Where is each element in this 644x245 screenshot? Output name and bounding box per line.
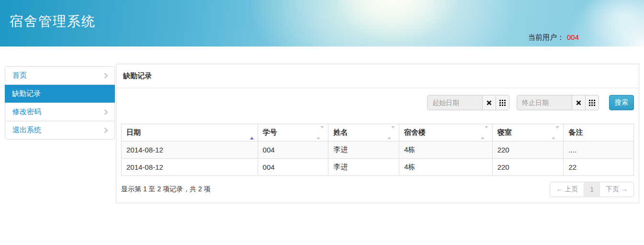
sidebar-item-logout[interactable]: 退出系统 [5,121,114,139]
column-header-name[interactable]: 姓名 [328,124,399,141]
chevron-right-icon [104,72,108,79]
next-page-button[interactable]: 下页 → [599,182,634,197]
clear-icon[interactable] [572,95,585,110]
panel-title: 缺勤记录 [116,64,639,88]
cell-room: 220 [492,159,564,176]
app-title: 宿舍管理系统 [10,12,96,31]
panel-body: 搜索 日期 学号 [116,88,639,203]
sidebar-item-absence-records[interactable]: 缺勤记录 [5,85,115,103]
sidebar-item-label: 退出系统 [12,126,41,134]
cell-remark: .... [564,141,634,159]
table-footer: 显示第 1 至 2 项记录，共 2 项 ← 上页 1 下页 → [121,182,634,197]
cell-name: 李进 [328,159,399,176]
current-user-label: 当前用户： [528,33,564,41]
cell-building: 4栋 [399,141,492,159]
sidebar-item-home[interactable]: 首页 [5,67,114,85]
column-header-building[interactable]: 宿舍楼 [399,124,492,141]
column-header-date[interactable]: 日期 [122,124,258,141]
sidebar-menu: 首页 缺勤记录 修改密码 退出系统 [5,66,115,140]
cell-date: 2014-08-12 [122,141,258,159]
prev-page-button[interactable]: ← 上页 [550,182,584,197]
sidebar-item-label: 缺勤记录 [12,89,41,97]
cell-name: 李进 [328,141,399,159]
cell-room: 220 [492,141,564,159]
start-date-input[interactable] [428,95,482,110]
column-header-student-id[interactable]: 学号 [258,124,328,141]
table-row: 2014-08-12 004 李进 4栋 220 22 [122,159,634,176]
absence-records-panel: 缺勤记录 [116,64,639,203]
column-header-room[interactable]: 寝室 [492,124,564,141]
app-header: 宿舍管理系统 当前用户：004 [0,0,644,47]
calendar-icon[interactable] [496,95,509,110]
start-date-group [427,95,509,110]
sidebar-item-label: 首页 [12,71,27,79]
cell-student-id: 004 [258,141,328,159]
end-date-group [517,95,599,110]
current-page-button[interactable]: 1 [584,182,600,197]
table-header-row: 日期 学号 姓名 宿舍楼 [122,124,634,141]
absence-records-table: 日期 学号 姓名 宿舍楼 [121,124,634,176]
chevron-right-icon [104,127,108,133]
chevron-right-icon [104,109,108,115]
clear-icon[interactable] [482,95,496,110]
search-button[interactable]: 搜索 [609,95,634,110]
content-area: 首页 缺勤记录 修改密码 退出系统 缺勤记录 [0,64,644,203]
table-row: 2014-08-12 004 李进 4栋 220 .... [122,141,634,159]
search-toolbar: 搜索 [121,95,634,110]
cell-student-id: 004 [258,159,328,176]
calendar-icon[interactable] [585,95,599,110]
pagination: ← 上页 1 下页 → [550,182,634,197]
current-user-value: 004 [567,33,579,41]
cell-remark: 22 [564,159,634,176]
cell-date: 2014-08-12 [122,159,258,176]
end-date-input[interactable] [517,95,572,110]
column-header-remark[interactable]: 备注 [564,124,634,141]
sidebar-item-label: 修改密码 [12,107,41,116]
records-info: 显示第 1 至 2 项记录，共 2 项 [121,185,211,194]
cell-building: 4栋 [399,159,492,176]
sidebar-item-change-password[interactable]: 修改密码 [5,103,114,121]
current-user: 当前用户：004 [528,33,579,42]
